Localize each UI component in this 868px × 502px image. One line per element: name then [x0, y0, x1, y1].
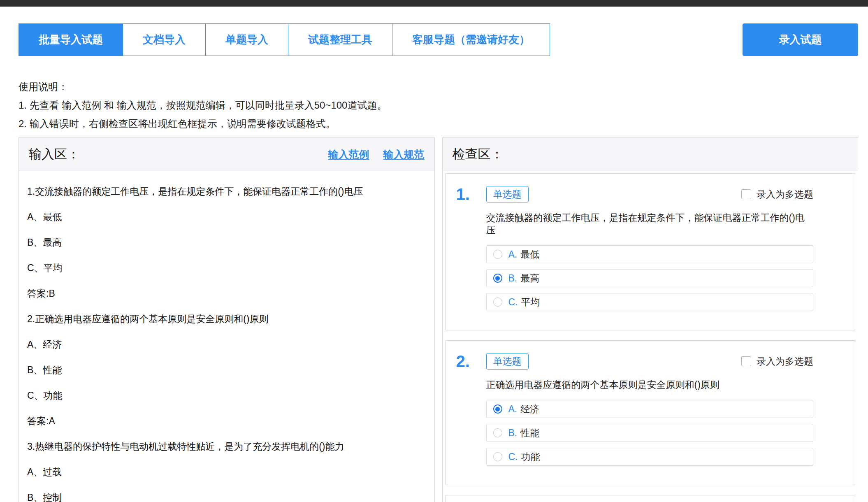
option-text: 平均	[521, 296, 540, 309]
multi-select-toggle: 录入为多选题	[741, 188, 813, 201]
tab-batch-import[interactable]: 批量导入试题	[19, 23, 123, 56]
question-text: 交流接触器的额定工作电压，是指在规定条件下，能保证电器正常工作的()电压	[486, 211, 814, 236]
option-row[interactable]: A. 经济	[486, 400, 814, 418]
multi-select-checkbox[interactable]	[741, 189, 751, 199]
multi-select-label: 录入为多选题	[757, 188, 813, 201]
input-panel-links: 输入范例 输入规范	[328, 148, 425, 161]
option-letter: B.	[508, 428, 518, 439]
option-letter: C.	[508, 451, 518, 462]
input-line: B、性能	[27, 357, 426, 383]
radio-button[interactable]	[493, 274, 502, 283]
option-text: 经济	[520, 403, 539, 416]
radio-button[interactable]	[493, 428, 502, 437]
input-line: 1.交流接触器的额定工作电压，是指在规定条件下，能保证电器正常工作的()电压	[27, 179, 426, 204]
input-panel-title: 输入区：	[29, 146, 80, 163]
question-card: 3. 单选题 录入为多选题	[445, 495, 856, 502]
input-line: A、经济	[27, 332, 426, 357]
question-input-area[interactable]: 1.交流接触器的额定工作电压，是指在规定条件下，能保证电器正常工作的()电压 A…	[19, 171, 434, 502]
radio-button[interactable]	[493, 250, 502, 259]
check-panel-title: 检查区：	[453, 146, 504, 163]
input-spec-link[interactable]: 输入规范	[383, 148, 425, 161]
option-row[interactable]: B. 最高	[486, 269, 814, 287]
option-row[interactable]: B. 性能	[486, 424, 814, 442]
input-line: 答案:B	[27, 281, 426, 306]
check-panel-header: 检查区：	[443, 138, 858, 171]
option-text: 性能	[520, 427, 539, 439]
question-options: A. 经济 B. 性能 C. 功能	[486, 400, 814, 485]
usage-instructions: 使用说明： 1. 先查看 输入范例 和 输入规范，按照规范编辑，可以同时批量录入…	[19, 77, 387, 133]
radio-button[interactable]	[493, 297, 502, 307]
input-line: 2.正确选用电器应遵循的两个基本原则是安全原则和()原则	[27, 306, 426, 332]
input-sample-link[interactable]: 输入范例	[328, 148, 369, 161]
question-number: 1.	[456, 186, 486, 202]
multi-select-checkbox[interactable]	[741, 356, 751, 366]
radio-button[interactable]	[493, 452, 502, 461]
input-line: B、最高	[27, 230, 426, 255]
submit-questions-button[interactable]: 录入试题	[743, 23, 858, 56]
input-line: 3.热继电器的保护特性与电动机过载特性贴近，是为了充分发挥电机的()能力	[27, 434, 426, 459]
tab-single-import[interactable]: 单题导入	[206, 23, 288, 56]
option-row[interactable]: A. 最低	[486, 245, 814, 263]
multi-select-toggle: 录入为多选题	[741, 355, 813, 368]
multi-select-label: 录入为多选题	[757, 355, 813, 368]
option-letter: A.	[508, 404, 518, 415]
input-line: C、平均	[27, 255, 426, 281]
input-panel-header: 输入区： 输入范例 输入规范	[19, 138, 434, 171]
question-number: 2.	[456, 353, 486, 370]
tab-support-import[interactable]: 客服导题（需邀请好友）	[392, 23, 550, 56]
option-letter: B.	[508, 273, 518, 284]
option-row[interactable]: C. 平均	[486, 293, 814, 311]
top-bar	[0, 0, 868, 7]
instructions-line-2: 2. 输入错误时，右侧检查区将出现红色框提示，说明需要修改试题格式。	[19, 114, 387, 133]
check-panel-content: 1. 单选题 录入为多选题 交流接触器的额定工作电压，是指在规定条件下，能保证电…	[443, 171, 858, 502]
tab-document-import[interactable]: 文档导入	[123, 23, 206, 56]
question-type-badge[interactable]: 单选题	[486, 186, 529, 202]
question-head: 2. 单选题 录入为多选题	[446, 341, 855, 370]
instructions-title: 使用说明：	[19, 77, 387, 96]
option-row[interactable]: C. 功能	[486, 448, 814, 466]
option-text: 最高	[520, 272, 539, 285]
tab-organize-tool[interactable]: 试题整理工具	[288, 23, 392, 56]
question-head: 1. 单选题 录入为多选题	[446, 174, 855, 202]
question-card: 1. 单选题 录入为多选题 交流接触器的额定工作电压，是指在规定条件下，能保证电…	[445, 173, 856, 330]
input-line: A、过载	[27, 459, 426, 485]
main-panels: 输入区： 输入范例 输入规范 1.交流接触器的额定工作电压，是指在规定条件下，能…	[19, 137, 858, 502]
check-panel: 检查区： 1. 单选题 录入为多选题 交流接触器的额定工作电压，是指在规定条件下…	[442, 137, 859, 502]
question-text: 正确选用电器应遵循的两个基本原则是安全原则和()原则	[486, 379, 814, 391]
option-text: 最低	[520, 248, 539, 261]
input-panel: 输入区： 输入范例 输入规范 1.交流接触器的额定工作电压，是指在规定条件下，能…	[19, 137, 435, 502]
tab-bar: 批量导入试题 文档导入 单题导入 试题整理工具 客服导题（需邀请好友）	[19, 23, 550, 56]
question-type-badge[interactable]: 单选题	[486, 353, 529, 370]
input-line: A、最低	[27, 204, 426, 230]
option-text: 功能	[521, 451, 540, 463]
question-head: 3. 单选题 录入为多选题	[446, 495, 855, 502]
input-line: 答案:A	[27, 408, 426, 434]
option-letter: C.	[508, 297, 518, 308]
input-line: B、控制	[27, 485, 426, 502]
question-options: A. 最低 B. 最高 C. 平均	[486, 245, 814, 330]
instructions-line-1: 1. 先查看 输入范例 和 输入规范，按照规范编辑，可以同时批量录入50~100…	[19, 96, 387, 114]
input-line: C、功能	[27, 383, 426, 408]
option-letter: A.	[508, 249, 518, 260]
question-card: 2. 单选题 录入为多选题 正确选用电器应遵循的两个基本原则是安全原则和()原则…	[445, 340, 856, 485]
radio-button[interactable]	[493, 404, 502, 414]
